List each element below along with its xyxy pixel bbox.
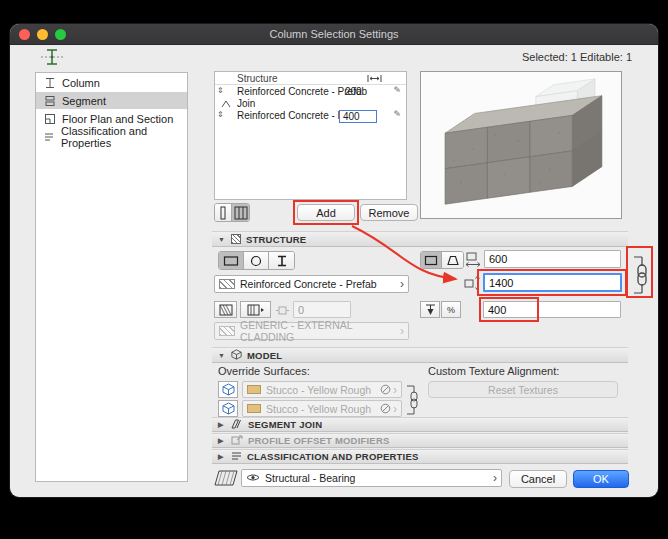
surface-label: Stucco - Yellow Rough	[266, 403, 371, 415]
concrete-segments-render	[421, 72, 621, 218]
chevron-right-icon: ›	[393, 404, 397, 414]
veneer-thickness-value: 0	[298, 304, 304, 316]
surface-swatch	[247, 404, 261, 413]
cube-icon	[231, 349, 242, 362]
surface-override-toggle[interactable]	[218, 400, 238, 417]
pen-icon: ✎	[393, 109, 401, 119]
remove-segment-button[interactable]: Remove	[360, 204, 418, 221]
segment-name: Join	[237, 98, 255, 109]
reorder-icon[interactable]: ⇕	[217, 86, 224, 95]
disclosure-triangle-icon[interactable]: ▶	[218, 421, 226, 429]
link-dimensions-chain-icon[interactable]	[631, 252, 649, 302]
disclosure-triangle-icon[interactable]: ▼	[218, 236, 226, 243]
table-row-join[interactable]: Join	[215, 98, 406, 110]
tapered-segment-button[interactable]	[442, 252, 463, 268]
plumb-anchor-button[interactable]	[420, 301, 440, 318]
table-row[interactable]: ⇕ Reinforced Concrete - Prefab 200 ✎	[215, 86, 406, 98]
hatch-icon	[231, 234, 241, 244]
column-icon	[43, 77, 56, 89]
ok-button-label: OK	[593, 473, 609, 485]
ibeam-shape-button[interactable]	[269, 252, 294, 269]
link-surfaces-chain-icon[interactable]	[406, 383, 420, 421]
cladding-swatch	[219, 326, 235, 336]
surface-dropdown[interactable]: Stucco - Yellow Rough ›	[242, 381, 402, 398]
segment-icon	[43, 95, 56, 107]
surface-swatch	[247, 385, 261, 394]
segment-width-value[interactable]: 200	[345, 86, 362, 97]
selection-status: Selected: 1 Editable: 1	[522, 51, 632, 63]
section-hatch-icon	[214, 470, 238, 490]
veneer-thickness-input: 0	[293, 301, 351, 318]
structure-section-header[interactable]: ▼ STRUCTURE	[212, 231, 628, 247]
sidebar-item-classification-and-properties[interactable]: Classification and Properties	[36, 128, 187, 145]
zoom-window-button[interactable]	[55, 29, 66, 40]
segment-join-icon	[231, 419, 243, 431]
cladding-label: GENERIC - EXTERNAL CLADDING	[240, 319, 395, 343]
chevron-right-icon: ›	[393, 385, 397, 395]
concrete-fill-swatch	[219, 279, 235, 289]
ok-button[interactable]: OK	[573, 470, 629, 488]
core-only-button[interactable]	[214, 301, 237, 318]
width-column-header-icon	[367, 74, 382, 85]
profile-offset-icon	[231, 435, 243, 447]
single-profile-toggle[interactable]	[215, 204, 232, 221]
segment-join-section-header[interactable]: ▶ SEGMENT JOIN	[212, 417, 628, 432]
close-window-button[interactable]	[19, 29, 30, 40]
percent-icon: %	[447, 305, 455, 315]
eyedropper-icon[interactable]	[380, 384, 391, 395]
percent-ratio-button[interactable]: %	[441, 301, 461, 318]
reorder-icon[interactable]: ⇕	[217, 110, 224, 119]
sidebar-item-column[interactable]: Column	[36, 74, 187, 91]
segment-width-input[interactable]: 600	[484, 250, 621, 268]
fill-type-label: Reinforced Concrete - Prefab	[240, 278, 377, 290]
window-title: Column Selection Settings	[269, 28, 398, 40]
cancel-button[interactable]: Cancel	[509, 470, 567, 488]
disclosure-triangle-icon[interactable]: ▼	[218, 352, 226, 359]
classification-list-icon	[231, 451, 242, 463]
chevron-right-icon: ›	[400, 279, 404, 289]
segment-thickness-input[interactable]: 400	[483, 301, 621, 318]
override-surfaces-label: Override Surfaces:	[218, 365, 310, 377]
classification-title: CLASSIFICATION AND PROPERTIES	[247, 451, 419, 462]
segment-width-field[interactable]: 400	[339, 110, 377, 123]
uniform-segment-button[interactable]	[421, 252, 442, 268]
surface-override-toggle[interactable]	[218, 381, 238, 398]
classification-icon	[43, 131, 55, 143]
table-header: Structure	[215, 72, 406, 85]
segment-join-title: SEGMENT JOIN	[248, 419, 322, 430]
add-segment-button[interactable]: Add	[297, 204, 355, 221]
table-row-selected[interactable]: ⇕ Reinforced Concrete - Prefab 400 ✎	[215, 110, 406, 122]
remove-button-label: Remove	[369, 207, 410, 219]
model-section-header[interactable]: ▼ MODEL	[212, 347, 628, 363]
minimize-window-button[interactable]	[37, 29, 48, 40]
sidebar-item-segment[interactable]: Segment	[36, 92, 187, 109]
circle-shape-button[interactable]	[244, 252, 269, 269]
sidebar-item-label: Segment	[62, 95, 106, 107]
profile-offset-modifiers-section-header[interactable]: ▶ PROFILE OFFSET MODIFIERS	[212, 433, 628, 448]
surface-dropdown[interactable]: Stucco - Yellow Rough ›	[242, 400, 402, 417]
width-dimension-icon	[465, 252, 481, 271]
sidebar-item-label: Column	[62, 77, 100, 89]
settings-page-list: Column Segment Floor Plan and Section Cl…	[35, 72, 188, 482]
cross-section-shape-selector	[218, 251, 295, 270]
segment-height-input[interactable]: 1400	[483, 273, 622, 292]
veneer-layers-button[interactable]	[240, 301, 271, 318]
chevron-right-icon: ›	[400, 326, 404, 336]
table-header-structure: Structure	[237, 73, 278, 84]
fill-type-dropdown[interactable]: Reinforced Concrete - Prefab ›	[214, 275, 409, 293]
structural-function-dropdown[interactable]: Structural - Bearing ›	[241, 469, 502, 487]
cancel-button-label: Cancel	[521, 473, 555, 485]
height-dimension-icon	[464, 275, 480, 295]
eyedropper-icon[interactable]	[380, 403, 391, 414]
window-titlebar[interactable]: Column Selection Settings	[10, 24, 658, 45]
multi-segment-profile-toggle[interactable]	[232, 204, 249, 221]
classification-section-header[interactable]: ▶ CLASSIFICATION AND PROPERTIES	[212, 449, 628, 464]
disclosure-triangle-icon[interactable]: ▶	[218, 453, 226, 461]
column-selection-settings-dialog: Column Selection Settings Selected: 1 Ed…	[10, 24, 658, 497]
disclosure-triangle-icon[interactable]: ▶	[218, 437, 226, 445]
surface-controls: ›	[380, 403, 397, 414]
column-3d-preview[interactable]	[420, 71, 622, 219]
segment-width-value: 600	[489, 253, 507, 265]
surface-controls: ›	[380, 384, 397, 395]
rectangle-shape-button[interactable]	[219, 252, 244, 269]
